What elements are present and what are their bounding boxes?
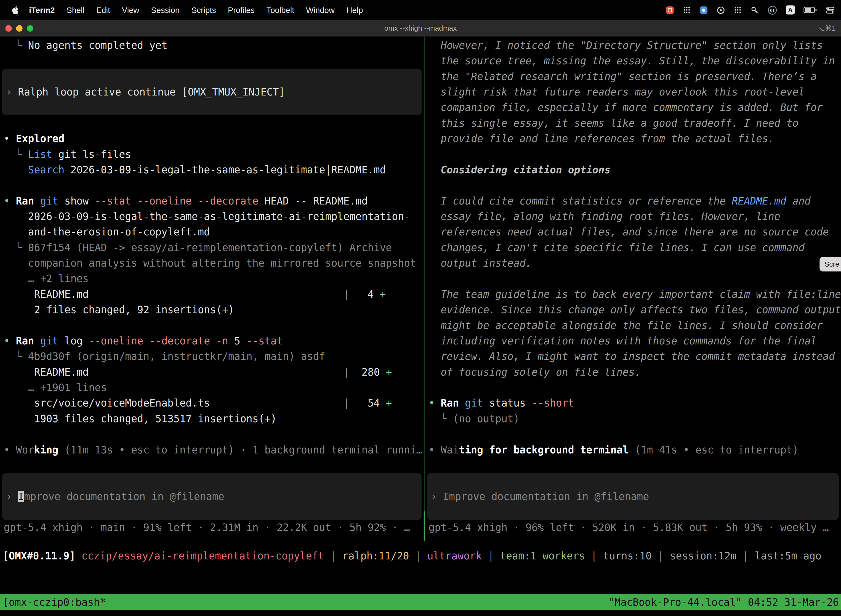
tmux-status-bar: [omx-cczip0:bash* "MacBook-Pro-44.local"… [0,594,841,610]
keyboard-grid-icon[interactable] [683,6,691,14]
window-title: omx --xhigh --madmax [0,24,841,32]
terminal-line [425,458,841,473]
terminal-line: 2 files changed, 92 insertions(+) [0,302,424,317]
terminal-line: I could cite commit statistics or refere… [425,193,841,209]
menu-scripts[interactable]: Scripts [185,5,222,14]
terminal-line [0,53,424,69]
terminal-line: output instead. [425,255,841,271]
terminal-line: README.md | 280 + [0,364,424,380]
terminal-pane-left[interactable]: └ No agents completed yet › Ralph loop a… [0,37,424,541]
menu-bar-extras: 61 A [665,5,834,15]
terminal-line [2,100,422,115]
terminal-line: … +2 lines [0,271,424,286]
menu-edit[interactable]: Edit [90,5,116,14]
tmux-session-window[interactable]: [omx-cczip0:bash* [0,596,105,608]
macos-menu-bar: iTerm2ShellEditViewSessionScriptsProfile… [0,0,841,20]
terminal-line [0,115,424,131]
terminal-line: However, I noticed the "Directory Struct… [425,38,841,53]
terminal-line: • Ran git show --stat --oneline --decora… [0,193,424,209]
terminal-line: the source tree, missing the essay. Stil… [425,53,841,69]
terminal-line: └ 4b9d30f (origin/main, instructkr/main,… [0,349,424,364]
terminal-line [0,427,424,442]
injected-command-line: › Ralph loop active continue [OMX_TMUX_I… [2,84,422,100]
session-status-right: gpt-5.4 xhigh · 96% left · 520K in · 5.8… [425,520,841,535]
menu-window[interactable]: Window [300,5,340,14]
terminal-area: └ No agents completed yet › Ralph loop a… [0,37,841,594]
terminal-line: and-the-erosion-of-copyleft.md [0,224,424,240]
terminal-line: • Ran git status --short [425,396,841,411]
zoom-button[interactable] [27,25,33,31]
composer-input-right[interactable]: › Improve documentation in @filename [427,473,839,520]
control-center-icon[interactable] [826,6,835,14]
terminal-line: might be acceptable alongside the file l… [425,318,841,333]
terminal-pane-right[interactable]: However, I noticed the "Directory Struct… [425,37,841,541]
terminal-line [2,504,422,520]
terminal-line: provide file and line references from th… [425,131,841,146]
thinking-heading: Considering citation options [425,162,841,177]
terminal-line: └ No agents completed yet [0,38,424,53]
terminal-line [0,177,424,193]
blue-app-icon[interactable] [699,6,708,14]
screen: iTerm2ShellEditViewSessionScriptsProfile… [0,0,841,616]
terminal-line: src/voice/voiceModeEnabled.ts | 54 + [0,396,424,411]
window-titlebar[interactable]: omx --xhigh --madmax ⌥⌘1 [0,20,841,37]
terminal-line: README.md | 4 + [0,286,424,302]
terminal-line [425,147,841,162]
terminal-line [427,504,839,520]
menu-shell[interactable]: Shell [61,5,91,14]
screen-recording-icon[interactable] [665,6,674,14]
input-source-icon[interactable]: A [786,5,795,14]
menu-iterm2[interactable]: iTerm2 [23,5,61,14]
composer-input-left[interactable]: › Improve documentation in @filename [2,473,422,520]
terminal-line [425,271,841,286]
terminal-line: the "Related research writing" section i… [425,69,841,84]
screen-overlay-button[interactable]: Scre [819,257,841,271]
terminal-line: • Ran git log --oneline --decorate -n 5 … [0,333,424,349]
terminal-line [2,473,422,489]
menu-view[interactable]: View [116,5,145,14]
terminal-line [0,318,424,333]
omx-status-line: [OMX#0.11.9] cczip/essay/ai-reimplementa… [0,549,841,564]
terminal-line: … +1901 lines [0,380,424,395]
terminal-line: slight risk that future readers may over… [425,84,841,100]
terminal-line [425,380,841,395]
terminal-line: • Explored [0,131,424,146]
monitor-gauge-icon[interactable]: 61 [768,5,777,15]
terminal-line [427,473,839,489]
terminal-line [2,69,422,84]
terminal-line: review. Also, I might want to inspect th… [425,349,841,364]
menu-bar-items: iTerm2ShellEditViewSessionScriptsProfile… [23,5,369,14]
terminal-line: └ 067f154 (HEAD -> essay/ai-reimplementa… [0,240,424,255]
apple-menu-icon[interactable] [12,5,20,15]
menu-toolbelt[interactable]: Toolbelt [261,5,300,14]
terminal-line: this single essay, it seems like a good … [425,115,841,131]
close-button[interactable] [5,25,12,31]
terminal-line: of focusing solely on file lines. [425,364,841,380]
terminal-line: Search 2026-03-09-is-legal-the-same-as-l… [0,162,424,177]
working-status-line: • Working (11m 13s • esc to interrupt) ·… [0,442,424,458]
svg-text:61: 61 [770,8,775,12]
terminal-line: essay file, along with finding root file… [425,209,841,224]
terminal-line: └ List git ls-files [0,147,424,162]
composer-text-right: › Improve documentation in @filename [427,489,839,504]
key-icon[interactable] [750,6,759,14]
waiting-status-line: • Waiting for background terminal (1m 41… [425,442,841,458]
terminal-line: including verification notes with those … [425,333,841,349]
composer-text-left: › Improve documentation in @filename [2,489,422,504]
ring-app-icon[interactable] [716,6,725,14]
menu-session[interactable]: Session [145,5,186,14]
minimize-button[interactable] [16,25,22,31]
menu-profiles[interactable]: Profiles [222,5,261,14]
terminal-line [425,427,841,442]
terminal-line: The team guideline is to back every impo… [425,286,841,302]
window-shortcut-badge: ⌥⌘1 [817,24,835,32]
menu-help[interactable]: Help [340,5,369,14]
terminal-line: references need actual files, and since … [425,224,841,240]
injected-command-box[interactable]: › Ralph loop active continue [OMX_TMUX_I… [2,69,422,115]
dots-grid-icon[interactable] [734,6,742,14]
battery-icon[interactable] [803,6,818,13]
terminal-line [0,458,424,473]
terminal-line: └ (no output) [425,411,841,427]
terminal-line [425,177,841,193]
terminal-line: 2026-03-09-is-legal-the-same-as-legitima… [0,209,424,224]
